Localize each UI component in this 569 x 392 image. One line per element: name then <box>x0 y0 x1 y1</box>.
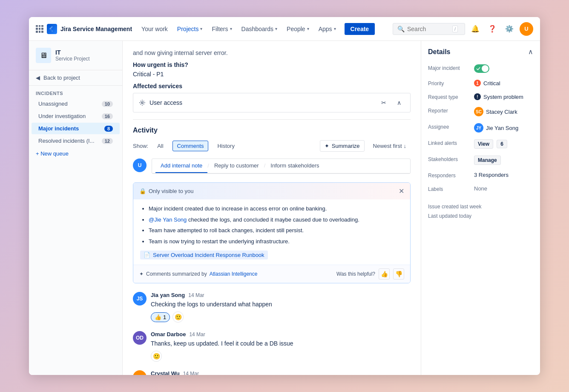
issue-created-text: Issue created last week <box>428 202 533 212</box>
filter-all-button[interactable]: All <box>152 141 168 151</box>
reply-customer-tab[interactable]: Reply to customer <box>209 159 264 173</box>
topbar-right: 🔍 / 🔔 ❓ ⚙️ U <box>393 22 533 36</box>
help-button[interactable]: ❓ <box>486 22 499 36</box>
thumbs-down-button[interactable]: 👎 <box>393 268 404 280</box>
svg-point-0 <box>141 102 143 104</box>
nav-dashboards[interactable]: Dashboards ▾ <box>237 22 282 36</box>
add-reaction-button-1[interactable]: 🙂 <box>172 311 184 323</box>
ai-close-button[interactable]: ✕ <box>399 187 404 195</box>
ai-summary-header: 🔒 Only visible to you ✕ <box>133 183 410 199</box>
detail-row-linked-alerts: Linked alerts View 6 <box>428 139 533 149</box>
activity-title: Activity <box>133 127 411 134</box>
linked-alerts-value: View 6 <box>474 139 533 149</box>
new-queue-button[interactable]: + New queue <box>29 147 122 160</box>
comment-text-2: Thanks, keep us updated. I feel it could… <box>151 339 411 348</box>
ai-sparkle-icon: ✦ <box>139 271 144 277</box>
back-to-project-button[interactable]: ◀ Back to project <box>29 70 122 86</box>
filter-comments-button[interactable]: Comments <box>172 141 209 151</box>
comment-reactions-2: 🙂 <box>151 351 411 362</box>
search-input[interactable] <box>407 26 450 32</box>
nav-projects[interactable]: Projects ▾ <box>173 22 207 36</box>
nav-apps[interactable]: Apps ▾ <box>314 22 340 36</box>
lock-icon: 🔒 <box>139 188 146 194</box>
ai-summary-box: 🔒 Only visible to you ✕ Major incident c… <box>133 182 411 283</box>
comment-input-box: Add internal note / Reply to customer / … <box>152 159 411 174</box>
sort-button[interactable]: Newest first ↓ <box>369 141 411 151</box>
atlassian-intelligence-link[interactable]: Atlassian Intelligence <box>210 271 258 277</box>
details-collapse-button[interactable]: ∧ <box>528 48 533 56</box>
comment-date-3: 14 Mar <box>183 371 199 375</box>
labels-value: None <box>474 185 533 192</box>
sidebar: 🖥 IT Service Project ◀ Back to project I… <box>29 41 123 375</box>
summarize-button[interactable]: ✦ Summarize <box>320 140 365 152</box>
urgency-label: How urgent is this? <box>133 61 411 68</box>
responders-value: 3 Responders <box>474 172 533 178</box>
manage-stakeholders-button[interactable]: Manage <box>474 156 501 165</box>
current-user-avatar: U <box>133 159 147 172</box>
comment-meta-3: Crystal Wu 14 Mar <box>151 370 411 375</box>
view-linked-alerts-button[interactable]: View <box>474 139 493 149</box>
assignee-value: JY Jie Yan Song <box>474 123 533 133</box>
comment-body-1: Jia yan Song 14 Mar Checking the logs to… <box>151 292 411 323</box>
search-box[interactable]: 🔍 / <box>393 23 465 35</box>
sidebar-item-unassigned[interactable]: Unassigned 10 <box>32 98 120 110</box>
body-area: 🖥 IT Service Project ◀ Back to project I… <box>29 41 540 375</box>
ai-visibility-label: 🔒 Only visible to you <box>139 188 194 194</box>
topbar-nav: Your work Projects ▾ Filters ▾ Dashboard… <box>137 22 388 36</box>
app-name: Jira Service Management <box>60 26 132 32</box>
detail-row-priority: Priority 1 Critical <box>428 80 533 86</box>
people-chevron-icon: ▾ <box>307 26 309 31</box>
comment-thread: JS Jia yan Song 14 Mar Checking the logs… <box>133 292 411 375</box>
show-label: Show: <box>133 143 148 149</box>
priority-value: 1 Critical <box>474 80 533 86</box>
thumbs-up-reaction-1[interactable]: 👍 1 <box>151 312 170 322</box>
project-icon: 🖥 <box>36 48 51 63</box>
request-type-label: Request type <box>428 93 471 100</box>
nav-filters[interactable]: Filters ▾ <box>207 22 236 36</box>
nav-people[interactable]: People ▾ <box>282 22 313 36</box>
notifications-button[interactable]: 🔔 <box>468 22 482 36</box>
priority-label: Priority <box>428 80 471 86</box>
ai-summary-footer: ✦ Comments summarized by Atlassian Intel… <box>133 265 410 283</box>
details-panel: Details ∧ Major incident Priority 1 Crit… <box>421 41 540 375</box>
sidebar-item-under-investigation[interactable]: Under investigation 16 <box>32 110 120 122</box>
major-incident-toggle[interactable] <box>474 64 489 73</box>
comment-item: CW Crystal Wu 14 Mar Should we try to re… <box>133 370 411 375</box>
comment-author-1: Jia yan Song <box>151 292 185 298</box>
ai-footer-label: ✦ Comments summarized by Atlassian Intel… <box>139 271 257 277</box>
unlink-service-button[interactable]: ✂ <box>378 97 390 109</box>
comment-input-tabs: Add internal note / Reply to customer / … <box>152 159 410 173</box>
ai-bullet-1: Major incident created due to increase i… <box>149 205 403 213</box>
add-internal-tab[interactable]: Add internal note <box>155 159 207 173</box>
major-incident-label: Major incident <box>428 64 471 71</box>
detail-row-assignee: Assignee JY Jie Yan Song <box>428 123 533 133</box>
collapse-service-button[interactable]: ∧ <box>393 97 405 109</box>
create-button[interactable]: Create <box>345 23 375 35</box>
sidebar-item-major-incidents[interactable]: Major incidents 8 <box>32 123 120 134</box>
project-header: 🖥 IT Service Project <box>29 41 122 70</box>
jira-logo-icon <box>47 24 57 34</box>
stakeholders-value: Manage <box>474 156 533 165</box>
sidebar-item-resolved-incidents[interactable]: Resolved incidents (I... 12 <box>32 135 120 147</box>
add-reaction-button-2[interactable]: 🙂 <box>151 351 162 362</box>
nav-your-work[interactable]: Your work <box>137 22 172 36</box>
user-avatar[interactable]: U <box>520 22 533 36</box>
detail-footer: Issue created last week Last updated tod… <box>428 202 533 221</box>
activity-show-row: Show: All Comments History ✦ Summarize N… <box>133 140 411 152</box>
logo-area: Jira Service Management <box>36 24 132 34</box>
service-icon <box>138 99 146 107</box>
labels-label: Labels <box>428 185 471 192</box>
ai-bullet-3: Team have attempted to roll back changes… <box>149 226 403 235</box>
settings-button[interactable]: ⚙️ <box>503 22 516 36</box>
filter-history-button[interactable]: History <box>213 141 239 151</box>
urgency-value: Critical - P1 <box>133 71 411 78</box>
linked-alerts-badge: 6 <box>497 140 507 148</box>
apps-grid-icon[interactable] <box>36 25 43 33</box>
inform-stakeholders-tab[interactable]: Inform stakeholders <box>265 159 324 173</box>
thumbs-up-button[interactable]: 👍 <box>379 268 390 280</box>
doc-icon: 📄 <box>144 252 150 258</box>
comment-avatar-1: JS <box>133 292 147 306</box>
project-info: IT Service Project <box>55 49 115 62</box>
runbook-link[interactable]: 📄 Server Overload Incident Response Runb… <box>140 251 268 259</box>
ai-bullet-4: Team is now trying to restart the underl… <box>149 237 403 246</box>
